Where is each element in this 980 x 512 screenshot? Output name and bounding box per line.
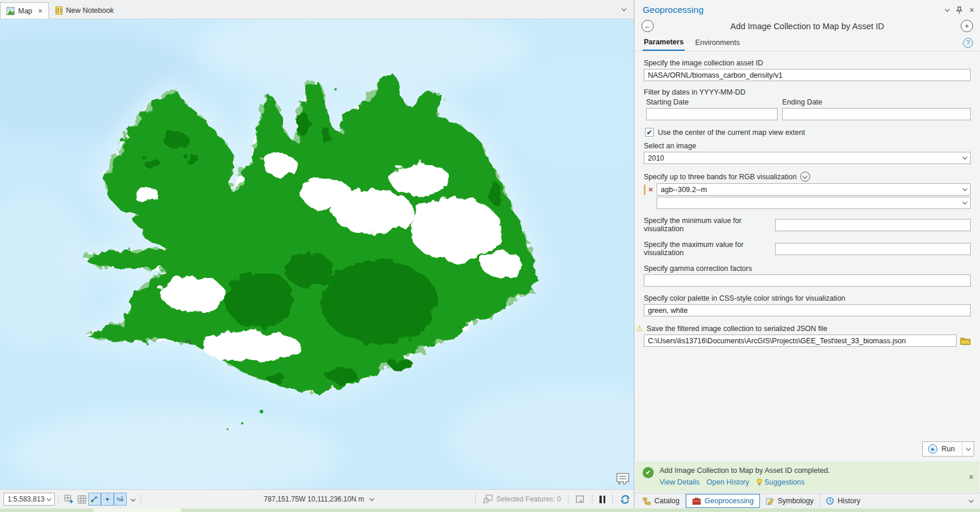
view-tabbar: Map × New Notebook: [0, 0, 634, 19]
snapping-icon-1[interactable]: [88, 493, 101, 506]
select-magnifier-icon: [483, 494, 493, 504]
symbology-icon: [766, 497, 774, 505]
max-value-input[interactable]: [775, 243, 971, 255]
map-tab-icon: [6, 7, 15, 15]
select-image-value: 2010: [648, 154, 664, 162]
map-place-label: Rr.: [186, 338, 193, 345]
coordinate-readout[interactable]: 787,151.75W 10,111,236.10N m: [264, 495, 374, 503]
play-icon: ▶: [928, 444, 937, 454]
iceland-biomass-map: [0, 19, 634, 489]
gamma-label: Specify gamma correction factors: [644, 264, 971, 273]
tab-history[interactable]: History: [820, 493, 866, 508]
grid-icon[interactable]: [75, 493, 88, 506]
history-clock-icon: [826, 497, 834, 505]
snapping-chevron-icon[interactable]: [131, 497, 135, 501]
bands-label: Specify up to three bands for RGB visual…: [644, 173, 797, 181]
run-row: ▶ Run: [634, 437, 980, 461]
map-statusbar: 1:5,583,813 N 787,151.75W 10,111,: [0, 489, 634, 508]
dropdown-chevron-icon: [962, 200, 967, 204]
map-overview-icon[interactable]: [615, 472, 630, 486]
snapping-icon-2[interactable]: [101, 493, 114, 506]
scale-select[interactable]: 1:5,583,813: [4, 493, 55, 506]
tab-map[interactable]: Map ×: [0, 2, 49, 19]
starting-date-label: Starting Date: [646, 98, 777, 106]
warning-icon: ⚠: [636, 324, 643, 333]
history-label: History: [838, 497, 860, 505]
json-path-value: C:\Users\lis13716\Documents\ArcGIS\Proje…: [648, 337, 906, 345]
pin-icon[interactable]: [956, 6, 962, 14]
scale-value: 1:5,583,813: [8, 495, 44, 503]
panel-close-icon[interactable]: ×: [969, 5, 974, 15]
band-1-dropdown[interactable]: agb--309.2--m: [657, 183, 971, 196]
view-details-link[interactable]: View Details: [660, 477, 700, 488]
run-options-chevron[interactable]: [962, 442, 974, 456]
geoprocessing-label: Geoprocessing: [705, 497, 754, 505]
browse-folder-icon[interactable]: [960, 336, 971, 345]
selected-features-label: Selected Features: 0: [496, 495, 561, 503]
bottom-tabs-chevron-icon[interactable]: [969, 497, 974, 502]
catalog-icon: [643, 497, 651, 505]
open-history-link[interactable]: Open History: [707, 477, 749, 488]
tab-geoprocessing[interactable]: Geoprocessing: [686, 494, 760, 508]
selection-box-icon[interactable]: [576, 495, 585, 504]
min-value-input[interactable]: [775, 219, 971, 231]
coordinates-value: 787,151.75W 10,111,236.10N m: [264, 495, 364, 503]
tab-environments[interactable]: Environments: [694, 37, 741, 50]
divider: [475, 494, 476, 504]
gamma-input[interactable]: [644, 274, 971, 287]
geoprocessing-panel: Geoprocessing × ← Add Image Collection t…: [634, 0, 980, 508]
json-path-input[interactable]: C:\Users\lis13716\Documents\ArcGIS\Proje…: [644, 335, 957, 347]
divider: [612, 494, 613, 504]
max-value-label: Specify the maximum value for visualizat…: [644, 241, 775, 257]
add-tool-icon[interactable]: +: [961, 20, 973, 32]
palette-value: green, white: [648, 306, 688, 315]
back-arrow-icon[interactable]: ←: [641, 20, 654, 32]
pause-drawing-icon[interactable]: [599, 496, 605, 503]
snapping-icon-3[interactable]: N: [114, 493, 127, 506]
bands-label-row: Specify up to three bands for RGB visual…: [644, 172, 971, 182]
remove-band-icon[interactable]: ×: [648, 185, 657, 194]
divider: [592, 494, 592, 504]
dropdown-chevron-icon: [962, 155, 967, 159]
tool-title: Add Image Collection to Map by Asset ID: [654, 22, 961, 31]
divider: [141, 494, 141, 504]
tab-parameters[interactable]: Parameters: [643, 37, 685, 51]
select-image-dropdown[interactable]: 2010: [644, 152, 971, 164]
tab-symbology[interactable]: Symbology: [760, 493, 820, 508]
refresh-icon[interactable]: [620, 494, 630, 504]
message-close-icon[interactable]: ×: [969, 472, 974, 482]
map-tab-close-icon[interactable]: ×: [38, 6, 43, 15]
tab-new-notebook[interactable]: New Notebook: [49, 2, 120, 19]
tab-catalog[interactable]: Catalog: [637, 493, 686, 508]
success-check-icon: ✔: [643, 467, 654, 478]
band-drag-handle[interactable]: [644, 184, 646, 195]
map-extent-checkbox[interactable]: ✔: [645, 128, 654, 137]
asset-id-input[interactable]: NASA/ORNL/biomass_carbon_density/v1: [644, 69, 971, 81]
ending-date-input[interactable]: [782, 108, 971, 120]
bands-expand-icon[interactable]: [800, 172, 810, 182]
notebook-tab-label: New Notebook: [66, 6, 114, 15]
suggestions-link[interactable]: Suggestions: [756, 477, 805, 488]
notebook-icon: [55, 6, 62, 15]
symbology-label: Symbology: [777, 497, 814, 505]
json-label: Save the filtered image collection to se…: [647, 325, 828, 333]
starting-date-input[interactable]: [646, 108, 777, 120]
map-view-area: Map × New Notebook: [0, 0, 634, 508]
asset-id-value: NASA/ORNL/biomass_carbon_density/v1: [648, 71, 783, 79]
lightbulb-icon: [756, 478, 762, 486]
band-2-dropdown[interactable]: [657, 197, 971, 209]
tabbar-overflow-chevron-icon[interactable]: [622, 6, 626, 11]
help-icon[interactable]: ?: [963, 38, 973, 48]
divider: [58, 494, 59, 504]
tool-tabs: Parameters Environments ?: [634, 33, 980, 51]
add-grid-icon[interactable]: [62, 493, 75, 506]
band-row-1: × agb--309.2--m: [644, 183, 971, 196]
run-button[interactable]: ▶ Run: [923, 442, 962, 456]
palette-input[interactable]: green, white: [644, 304, 971, 316]
dates-label: Filter by dates in YYYY-MM-DD: [644, 88, 971, 96]
coords-chevron-icon: [369, 496, 374, 500]
panel-menu-chevron-icon[interactable]: [945, 6, 950, 11]
min-value-label: Specify the minimum value for visualizat…: [644, 217, 775, 233]
map-canvas[interactable]: Rr.: [0, 19, 634, 489]
panel-header: Geoprocessing ×: [634, 0, 980, 18]
